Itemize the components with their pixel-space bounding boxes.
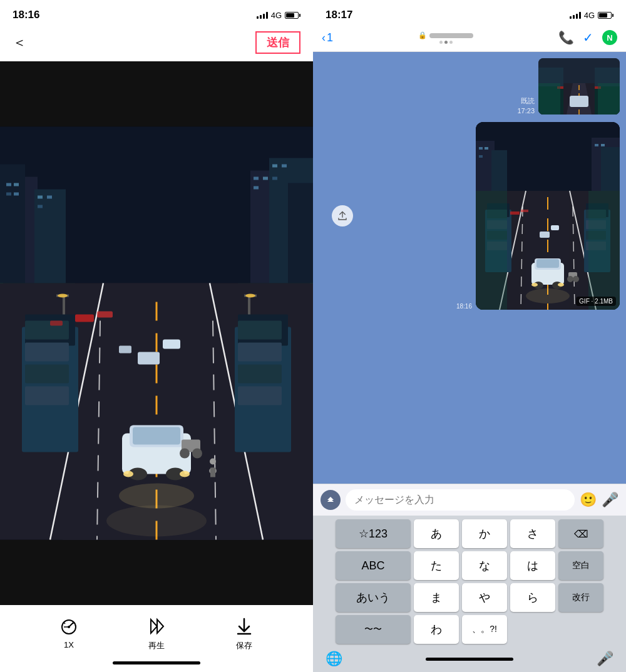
message-row-1: 既読 17:23: [319, 58, 620, 115]
keyboard-row-1: ☆123 あ か さ ⌫: [316, 519, 623, 548]
bar2: [260, 15, 262, 19]
dot2: [444, 41, 448, 44]
svg-rect-103: [598, 83, 620, 115]
svg-point-141: [558, 283, 564, 287]
right-time: 18:17: [326, 9, 352, 21]
svg-rect-149: [521, 210, 528, 212]
play-control[interactable]: 再生: [145, 615, 168, 651]
back-button[interactable]: ＜: [13, 33, 26, 52]
play-label: 再生: [148, 640, 165, 651]
key-ra[interactable]: ら: [510, 583, 555, 612]
key-num[interactable]: ☆123: [336, 519, 411, 548]
key-abc[interactable]: ABC: [336, 551, 411, 580]
save-control[interactable]: 保存: [233, 615, 255, 651]
right-status-bar: 18:17 4G: [313, 0, 626, 26]
bar2: [573, 15, 575, 19]
battery: [285, 12, 300, 19]
key-ka[interactable]: か: [462, 519, 507, 548]
mic-button[interactable]: 🎤: [602, 492, 618, 508]
dot3: [449, 41, 453, 44]
svg-rect-52: [25, 343, 69, 362]
svg-rect-54: [25, 387, 69, 405]
bar1: [257, 16, 259, 19]
svg-point-39: [58, 294, 68, 298]
read-label: 既読: [521, 96, 535, 106]
svg-point-70: [180, 449, 190, 459]
key-aiueo[interactable]: あいう: [336, 583, 411, 612]
svg-rect-73: [163, 340, 180, 349]
gif-badge: GIF · 2.1MB: [576, 297, 616, 306]
signal-bars: [257, 11, 268, 19]
phone-button[interactable]: 📞: [558, 30, 574, 45]
key-ta[interactable]: た: [414, 551, 459, 580]
nav-back-button[interactable]: ‹ 1: [322, 31, 333, 44]
svg-rect-143: [540, 232, 550, 238]
svg-rect-10: [47, 196, 52, 199]
key-dakuten[interactable]: 〜〜: [336, 615, 411, 644]
key-ya[interactable]: や: [462, 583, 507, 612]
svg-point-80: [210, 459, 216, 465]
left-nav-bar: ＜ 送信: [0, 26, 313, 61]
svg-rect-19: [272, 165, 277, 168]
expand-button[interactable]: [321, 490, 341, 510]
message-row-2: 18:16: [319, 122, 620, 310]
emoji-button[interactable]: 🙂: [580, 492, 597, 508]
keyboard: ☆123 あ か さ ⌫ ABC た な は 空白 あいう ま や ら 改行 〜…: [313, 516, 626, 672]
svg-rect-6: [14, 183, 19, 186]
key-punct[interactable]: 、。?!: [462, 615, 507, 644]
svg-point-85: [68, 626, 70, 628]
svg-rect-7: [6, 193, 11, 196]
svg-rect-18: [254, 186, 259, 190]
key-wa[interactable]: わ: [414, 615, 459, 644]
empty-space: [510, 615, 555, 644]
right-battery: [598, 12, 613, 19]
svg-rect-59: [238, 365, 282, 384]
space-key[interactable]: 空白: [558, 551, 603, 580]
nav-actions: 📞 ✓ N: [558, 30, 617, 45]
svg-rect-110: [479, 147, 483, 150]
svg-rect-16: [263, 177, 268, 180]
svg-point-142: [526, 288, 570, 303]
chat-area[interactable]: 既読 17:23: [313, 52, 626, 484]
keyboard-row-3: あいう ま や ら 改行: [316, 583, 623, 612]
read-time: 17:23: [517, 107, 535, 115]
svg-rect-74: [119, 346, 131, 354]
svg-rect-53: [25, 365, 69, 384]
svg-rect-17: [272, 177, 277, 180]
svg-rect-150: [476, 191, 507, 310]
svg-point-147: [573, 276, 579, 282]
bar4: [579, 12, 581, 19]
speed-control[interactable]: 1X: [58, 615, 80, 651]
svg-rect-8: [14, 193, 19, 196]
msg-time: 18:16: [456, 303, 472, 310]
checkmark-button[interactable]: ✓: [583, 30, 593, 45]
delete-key[interactable]: ⌫: [558, 519, 603, 548]
svg-rect-58: [238, 343, 282, 362]
bar3: [576, 14, 578, 19]
key-ma[interactable]: ま: [414, 583, 459, 612]
key-sa[interactable]: さ: [510, 519, 555, 548]
svg-rect-151: [588, 191, 620, 310]
svg-rect-9: [38, 196, 43, 199]
bar3: [263, 14, 265, 19]
keyboard-row-4: 〜〜 わ 、。?!: [316, 615, 623, 644]
kb-mic-button[interactable]: 🎤: [597, 651, 613, 667]
svg-rect-4: [0, 165, 25, 302]
home-indicator: [113, 661, 200, 664]
send-button[interactable]: 送信: [255, 31, 300, 54]
globe-button[interactable]: 🌐: [326, 651, 342, 667]
large-image[interactable]: GIF · 2.1MB: [476, 122, 620, 310]
bar4: [266, 12, 268, 19]
message-input[interactable]: [346, 489, 575, 511]
enter-key[interactable]: 改行: [558, 583, 603, 612]
left-bottom-bar: 1X 再生 保存: [0, 605, 313, 672]
thumb-image[interactable]: [538, 58, 620, 115]
key-a[interactable]: あ: [414, 519, 459, 548]
home-indicator-right: [426, 658, 513, 661]
svg-rect-11: [38, 205, 43, 208]
key-ha[interactable]: は: [510, 551, 555, 580]
key-na[interactable]: な: [462, 551, 507, 580]
share-button[interactable]: [332, 205, 353, 227]
back-chevron: ‹: [322, 31, 326, 44]
svg-rect-112: [479, 155, 483, 158]
